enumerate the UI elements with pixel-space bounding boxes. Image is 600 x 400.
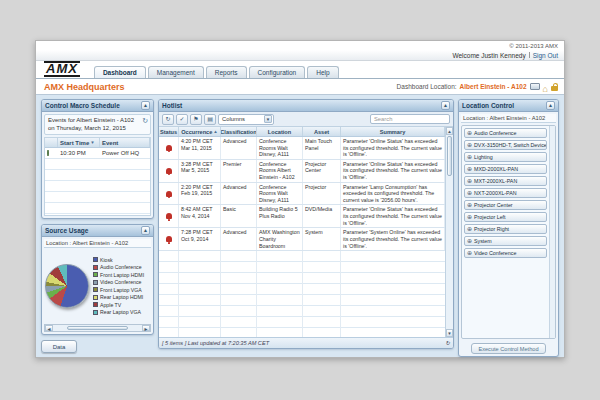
hotlist-status-text: [ 5 items ] Last updated at 7:20:35 AM C…: [162, 340, 269, 346]
legend-item: Rear Laptop HDMI: [93, 294, 151, 300]
nav-tab[interactable]: Help: [307, 66, 338, 78]
alarm-bell-icon: [166, 213, 172, 219]
nav-tab[interactable]: Management: [148, 66, 204, 78]
column-header[interactable]: Occurrence▲: [179, 127, 221, 136]
column-header[interactable]: Location: [257, 127, 303, 136]
scrollbar-thumb[interactable]: [67, 326, 128, 330]
welcome-text: Welcome Justin Kennedy: [452, 52, 525, 59]
alarm-bell-icon: [166, 145, 172, 151]
nav-tab[interactable]: Dashboard: [94, 66, 146, 78]
device-item[interactable]: Audio Conference: [464, 128, 547, 138]
schedule-row[interactable]: 10:30 PM Power Off HQ: [45, 148, 150, 159]
device-item[interactable]: Video Conference: [464, 248, 547, 258]
data-button[interactable]: Data: [41, 340, 77, 353]
collapse-icon[interactable]: [141, 226, 150, 235]
refresh-icon[interactable]: [445, 340, 450, 347]
device-item[interactable]: MXD-2000XL-PAN: [464, 164, 547, 174]
expand-plus-icon[interactable]: [467, 214, 472, 220]
expand-plus-icon[interactable]: [467, 238, 472, 244]
hotlist-empty-rows: [159, 251, 445, 337]
search-input[interactable]: [370, 114, 450, 124]
vertical-scrollbar[interactable]: ▲ ▼: [445, 127, 453, 337]
flag-icon[interactable]: [190, 114, 202, 125]
scroll-up-icon[interactable]: ▲: [446, 127, 453, 135]
scrollbar-thumb[interactable]: [447, 136, 452, 176]
location-control-listbox: Audio Conference DVX-3150HD-T, Switch De…: [461, 125, 556, 339]
columns-dropdown[interactable]: Columns: [218, 114, 274, 125]
acknowledge-icon[interactable]: [176, 114, 188, 125]
collapse-icon[interactable]: [141, 101, 150, 110]
column-header[interactable]: Summary: [341, 127, 445, 136]
expand-plus-icon[interactable]: [467, 154, 472, 160]
schedule-icon-column: [45, 138, 58, 147]
expand-plus-icon[interactable]: [467, 178, 472, 184]
expand-plus-icon[interactable]: [467, 130, 472, 136]
location-control-panel: Location Control Location : Albert Einst…: [458, 99, 559, 357]
refresh-icon[interactable]: [162, 114, 174, 125]
legend-item: Front Laptop HDMI: [93, 272, 151, 278]
amx-logo: AMX: [44, 61, 80, 77]
collapse-icon[interactable]: [546, 101, 555, 110]
device-item[interactable]: System: [464, 236, 547, 246]
expand-plus-icon[interactable]: [467, 166, 472, 172]
home-icon[interactable]: [543, 78, 548, 96]
alarm-bell-icon: [166, 236, 172, 242]
touch-panel-icon[interactable]: [530, 83, 540, 90]
copyright-row: © 2011-2013 AMX: [36, 41, 564, 50]
scroll-left-icon[interactable]: ◄: [45, 325, 53, 331]
nav-tab[interactable]: Reports: [206, 66, 247, 78]
column-header[interactable]: Classification: [221, 127, 257, 136]
nav-tab[interactable]: Configuration: [249, 66, 306, 78]
legend-label: Front Laptop HDMI: [100, 272, 144, 278]
expand-plus-icon[interactable]: [467, 190, 472, 196]
device-item-label: Projector Center: [474, 202, 513, 208]
collapse-icon[interactable]: [441, 101, 450, 110]
vertical-scrollbar[interactable]: [549, 126, 555, 338]
hotlist-table-header: StatusOccurrence▲ClassificationLocationA…: [159, 127, 445, 137]
expand-plus-icon[interactable]: [467, 142, 472, 148]
device-item[interactable]: DVX-3150HD-T, Switch Device: [464, 140, 547, 150]
sign-out-link[interactable]: Sign Out: [533, 52, 558, 59]
scroll-right-icon[interactable]: ►: [142, 325, 150, 331]
occurrence-cell: 8:42 AM CETNov 4, 2014: [179, 205, 221, 227]
legend-label: Rear Laptop VGA: [100, 309, 141, 315]
pie-chart: [45, 264, 89, 308]
table-row[interactable]: 4:20 PM CETMar 11, 2015 Advanced Confere…: [159, 137, 445, 160]
column-header[interactable]: Status: [159, 127, 179, 136]
device-item[interactable]: Projector Left: [464, 212, 547, 222]
divider: [529, 52, 530, 58]
table-row[interactable]: 8:42 AM CETNov 4, 2014 Basic Building Ra…: [159, 205, 445, 228]
device-item-label: MXD-2000XL-PAN: [474, 166, 518, 172]
table-row[interactable]: 2:20 PM CETFeb 19, 2015 Advanced Confere…: [159, 183, 445, 206]
device-item-label: DVX-3150HD-T, Switch Device: [474, 142, 547, 148]
device-item[interactable]: MXT-2000XL-PAN: [464, 176, 547, 186]
column-header[interactable]: Asset: [303, 127, 341, 136]
location-value[interactable]: Albert Einstein - A102: [460, 83, 527, 90]
source-usage-panel: Source Usage Location : Albert Einstein …: [41, 224, 154, 335]
location-control-title: Location Control: [462, 102, 514, 109]
horizontal-scrollbar[interactable]: ◄ ►: [44, 324, 151, 332]
expand-plus-icon[interactable]: [467, 226, 472, 232]
schedule-start-time: 10:30 PM: [58, 150, 100, 156]
table-row[interactable]: 3:28 PM CETMar 5, 2015 Premier Conferenc…: [159, 160, 445, 183]
expand-plus-icon[interactable]: [467, 202, 472, 208]
asset-cell: Main Touch Panel: [303, 137, 341, 159]
device-item[interactable]: Projector Center: [464, 200, 547, 210]
execute-control-method-button[interactable]: Execute Control Method: [471, 343, 545, 354]
schedule-start-time-header[interactable]: Start Time▼: [58, 138, 100, 147]
device-item-label: Audio Conference: [474, 130, 516, 136]
device-item[interactable]: Lighting: [464, 152, 547, 162]
app-window: © 2011-2013 AMX Welcome Justin Kennedy S…: [35, 40, 565, 358]
export-icon[interactable]: [204, 114, 216, 125]
device-item[interactable]: NXT-2000XL-PAN: [464, 188, 547, 198]
schedule-event-header[interactable]: Event: [100, 138, 150, 147]
device-item[interactable]: Projector Right: [464, 224, 547, 234]
table-row[interactable]: 7:28 PM CETOct 9, 2014 Advanced AMX Wash…: [159, 228, 445, 251]
lock-icon[interactable]: [551, 86, 558, 91]
scroll-down-icon[interactable]: ▼: [446, 329, 453, 337]
refresh-icon[interactable]: [142, 117, 148, 124]
expand-plus-icon[interactable]: [467, 250, 472, 256]
page-title: AMX Headquarters: [44, 82, 125, 92]
occurrence-cell: 7:28 PM CETOct 9, 2014: [179, 228, 221, 250]
location-control-header: Location Control: [459, 100, 558, 112]
